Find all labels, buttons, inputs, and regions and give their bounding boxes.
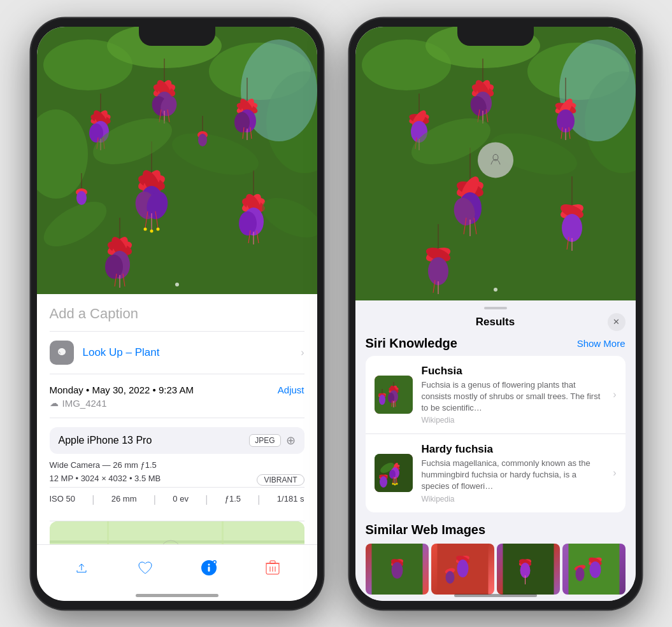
phones-container: Add a Caption Look Up – Plant [31, 18, 642, 610]
location-icon: ⊕ [286, 433, 296, 447]
svg-point-78 [105, 255, 123, 279]
flower-photo[interactable] [37, 27, 317, 294]
camera-specs-row: 12 MP • 3024 × 4032 • 3.5 MB VIBRANT [50, 474, 304, 487]
visual-lookup-screen: Results ✕ Siri Knowledge Show More [355, 27, 636, 601]
shutter-spec: 1/181 s [277, 494, 304, 505]
similar-image-1[interactable] [366, 544, 429, 595]
sheet-handle [484, 307, 507, 309]
phone-2-frame: Results ✕ Siri Knowledge Show More [349, 18, 642, 610]
svg-point-184 [396, 483, 397, 485]
fuchsia-text: Fuchsia Fuchsia is a genus of flowering … [422, 365, 604, 425]
sheet-title: Results [476, 316, 515, 328]
show-more-button[interactable]: Show More [577, 338, 626, 349]
similar-image-3[interactable] [497, 544, 560, 595]
knowledge-card: Fuchsia Fuchsia is a genus of flowering … [366, 356, 626, 512]
delete-button[interactable] [259, 554, 287, 582]
svg-point-92 [208, 563, 210, 565]
info-button[interactable] [195, 554, 223, 582]
similar-images-grid [366, 544, 626, 595]
caption-placeholder: Add a Caption [50, 306, 138, 321]
svg-point-188 [380, 476, 387, 488]
filename-text: IMG_4241 [62, 398, 107, 409]
fuchsia-desc: Fuchsia is a genus of flowering plants t… [422, 379, 604, 414]
exposure-specs: ISO 50 | 26 mm | 0 ev | ƒ1.5 | 1/181 s [50, 487, 304, 512]
svg-point-58 [239, 211, 257, 236]
svg-point-68 [198, 134, 207, 146]
camera-row: Apple iPhone 13 Pro JPEG ⊕ [50, 427, 304, 454]
fuchsia-source: Wikipedia [422, 416, 604, 425]
svg-point-49 [143, 227, 147, 230]
svg-point-210 [575, 567, 584, 581]
aperture-spec: ƒ1.5 [225, 494, 241, 505]
lookup-text: Look Up – Plant [83, 346, 160, 359]
vibrant-badge: VIBRANT [257, 474, 304, 486]
date-text: Monday • May 30, 2022 • 9:23 AM [50, 384, 194, 395]
svg-point-153 [428, 257, 448, 285]
hardy-fuchsia-source: Wikipedia [422, 495, 604, 504]
similar-image-4[interactable] [562, 544, 626, 595]
phone-2-screen: Results ✕ Siri Knowledge Show More [355, 27, 636, 601]
svg-point-182 [392, 483, 394, 485]
svg-point-50 [150, 229, 153, 232]
map-section[interactable] [50, 521, 304, 544]
camera-name: Apple iPhone 13 Pro [59, 435, 152, 446]
home-indicator-1 [136, 594, 218, 597]
close-button[interactable]: ✕ [608, 313, 626, 331]
favorite-button[interactable] [131, 554, 159, 582]
camera-lens: Wide Camera — 26 mm ƒ1.5 [50, 460, 304, 470]
svg-rect-85 [222, 521, 224, 544]
sheet-header: Results ✕ [355, 313, 636, 336]
phone-1-screen: Add a Caption Look Up – Plant [37, 27, 317, 601]
notch-1 [139, 27, 215, 46]
lookup-chevron: › [301, 347, 304, 358]
svg-point-183 [394, 484, 396, 486]
svg-point-193 [391, 562, 403, 579]
siri-knowledge-title: Siri Knowledge [366, 336, 457, 351]
svg-point-51 [156, 227, 159, 230]
notch-2 [457, 27, 534, 46]
svg-rect-98 [270, 561, 275, 563]
siri-knowledge-header: Siri Knowledge Show More [366, 336, 626, 351]
flower-photo-2 [355, 27, 636, 300]
svg-rect-93 [208, 567, 210, 572]
svg-point-197 [457, 560, 468, 577]
format-badge: JPEG [249, 434, 280, 447]
hardy-fuchsia-desc: Fuchsia magellanica, commonly known as t… [422, 458, 604, 493]
bottom-toolbar [37, 544, 317, 601]
results-sheet: Results ✕ Siri Knowledge Show More [355, 300, 636, 601]
similar-image-2[interactable] [431, 544, 494, 595]
hardy-fuchsia-item[interactable]: Hardy fuchsia Fuchsia magellanica, commo… [366, 434, 626, 512]
similar-web-images-section: Similar Web Images [366, 523, 626, 595]
focal-spec: 26 mm [111, 494, 137, 505]
fuchsia-item[interactable]: Fuchsia Fuchsia is a genus of flowering … [366, 356, 626, 435]
cloud-icon: ☁ [50, 398, 59, 408]
svg-point-145 [562, 214, 582, 242]
home-indicator-2 [454, 594, 537, 597]
share-button[interactable] [68, 554, 96, 582]
fuchsia-thumbnail [375, 376, 413, 414]
page-dot-2 [494, 288, 497, 292]
fuchsia-chevron: › [613, 389, 616, 400]
lookup-icon [50, 341, 74, 365]
adjust-button[interactable]: Adjust [278, 384, 304, 395]
results-content: Siri Knowledge Show More [355, 336, 636, 601]
hardy-fuchsia-name: Hardy fuchsia [422, 443, 604, 456]
hardy-fuchsia-thumbnail [375, 454, 413, 492]
svg-point-171 [379, 395, 385, 405]
svg-point-208 [589, 561, 601, 578]
iso-spec: ISO 50 [50, 494, 75, 505]
caption-area[interactable]: Add a Caption [50, 294, 304, 332]
visual-lookup-button[interactable] [478, 142, 513, 178]
hardy-fuchsia-text: Hardy fuchsia Fuchsia magellanica, commo… [422, 443, 604, 504]
ev-spec: 0 ev [173, 494, 189, 505]
svg-point-71 [76, 191, 87, 205]
info-content: Add a Caption Look Up – Plant [37, 294, 317, 544]
photo-info-screen: Add a Caption Look Up – Plant [37, 27, 317, 601]
phone-1-frame: Add a Caption Look Up – Plant [31, 18, 324, 610]
lookup-row[interactable]: Look Up – Plant › [50, 332, 304, 374]
camera-mp-res: 12 MP • 3024 × 4032 • 3.5 MB [50, 474, 161, 483]
svg-point-199 [445, 571, 454, 584]
camera-badges: JPEG ⊕ [249, 433, 295, 447]
camera-section: Apple iPhone 13 Pro JPEG ⊕ Wide Camera —… [50, 418, 304, 521]
hardy-chevron: › [613, 467, 616, 479]
